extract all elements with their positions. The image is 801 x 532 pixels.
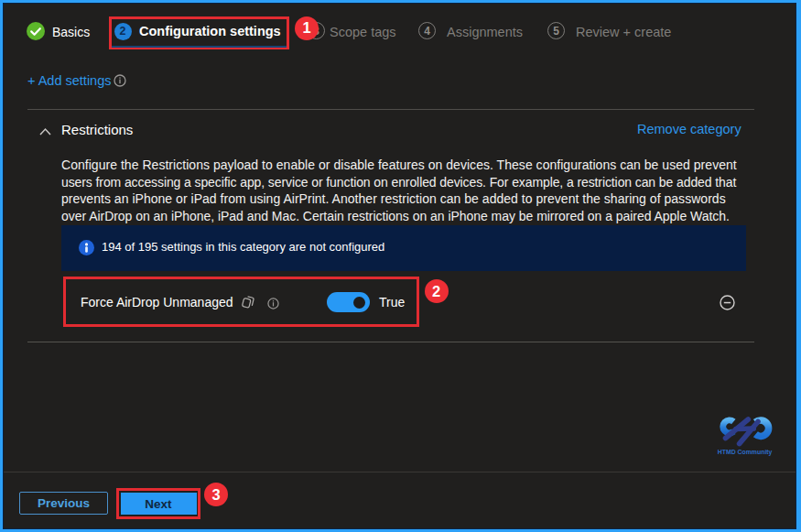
svg-text:HTMD Community: HTMD Community [717, 449, 772, 456]
